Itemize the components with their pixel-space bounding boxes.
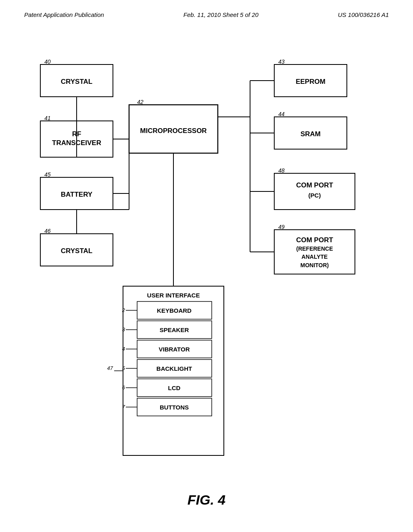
label-backlight: BACKLIGHT xyxy=(156,365,192,372)
header-center: Feb. 11, 2010 Sheet 5 of 20 xyxy=(184,11,259,18)
diagram-svg: CRYSTAL 40 RF TRANSCEIVER 41 MICROPROCES… xyxy=(0,24,413,516)
ref-crystal-bottom: 46 xyxy=(44,228,51,234)
ref-sram: 44 xyxy=(278,111,285,117)
page: Patent Application Publication Feb. 11, … xyxy=(0,0,413,532)
ref-eeprom: 43 xyxy=(278,58,285,65)
label-vibrator: VIBRATOR xyxy=(159,346,190,353)
label-buttons: BUTTONS xyxy=(160,404,189,411)
ref-buttons: 7 xyxy=(122,404,125,410)
label-com-pc2: (PC) xyxy=(309,192,321,199)
ref-vibrator: 4 xyxy=(122,346,125,352)
label-crystal-bottom: CRYSTAL xyxy=(61,247,92,255)
label-com-pc1: COM PORT xyxy=(296,181,333,189)
label-micro: MICROPROCESSOR xyxy=(140,127,206,135)
ref-ui-47: 47 xyxy=(107,365,113,371)
label-com-ref2: (REFERENCE xyxy=(296,245,333,252)
box-com-pc xyxy=(274,173,355,210)
label-com-ref4: MONITOR) xyxy=(300,262,329,268)
ref-micro: 42 xyxy=(137,99,144,105)
label-battery: BATTERY xyxy=(61,191,93,198)
label-com-ref1: COM PORT xyxy=(296,236,333,244)
label-lcd: LCD xyxy=(168,384,181,391)
header-left: Patent Application Publication xyxy=(24,11,104,18)
ref-rf: 41 xyxy=(44,115,51,121)
label-sram: SRAM xyxy=(300,130,321,138)
ref-backlight: 5 xyxy=(122,365,125,371)
figure-caption-container: FIG. 4 xyxy=(0,492,413,508)
figure-caption: FIG. 4 xyxy=(188,492,225,507)
label-eeprom: EEPROM xyxy=(296,78,325,85)
label-ui-group: USER INTERFACE xyxy=(147,292,200,299)
header-right: US 100/036216 A1 xyxy=(338,11,389,18)
ref-crystal-top: 40 xyxy=(44,58,51,65)
ref-lcd: 6 xyxy=(122,384,125,391)
label-speaker: SPEAKER xyxy=(160,326,189,333)
ref-com-pc: 48 xyxy=(278,167,285,174)
ref-com-ref: 49 xyxy=(278,224,285,230)
ref-speaker: 3 xyxy=(122,326,125,332)
ref-battery: 45 xyxy=(44,171,51,178)
ref-keyboard: 2 xyxy=(122,307,125,313)
label-crystal-top: CRYSTAL xyxy=(61,78,92,85)
header: Patent Application Publication Feb. 11, … xyxy=(0,0,413,18)
label-keyboard: KEYBOARD xyxy=(157,307,192,314)
label-com-ref3: ANALYTE xyxy=(302,254,328,260)
